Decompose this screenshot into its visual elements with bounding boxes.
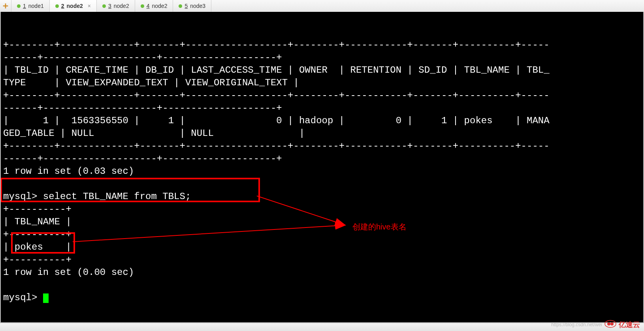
terminal-line: +----------+ — [3, 203, 641, 216]
status-dot-icon — [102, 4, 106, 8]
tab-label: node2 — [152, 3, 167, 9]
tab-label: node1 — [28, 3, 44, 9]
tab-number: 5 — [185, 3, 188, 9]
terminal-line: | TBL_NAME | — [3, 216, 641, 228]
svg-rect-1 — [3, 6, 8, 6]
terminal-line: TYPE | VIEW_EXPANDED_TEXT | VIEW_ORIGINA… — [3, 77, 641, 89]
terminal-output[interactable]: +--------+-------------+-------+--------… — [0, 12, 644, 323]
terminal-line: +----------+ — [3, 254, 641, 266]
tab-node3-5[interactable]: 5 node3 — [173, 0, 211, 12]
tab-node2-2[interactable]: 2 node2× — [50, 0, 97, 12]
terminal-line: +--------+-------------+-------+--------… — [3, 140, 641, 152]
status-dot-icon — [17, 4, 21, 8]
svg-point-7 — [607, 322, 610, 325]
terminal-line: | TBL_ID | CREATE_TIME | DB_ID | LAST_AC… — [3, 64, 641, 77]
watermark-url: https://blog.csdn.net/wei — [551, 322, 602, 327]
tab-number: 3 — [108, 3, 111, 9]
terminal-line: 1 row in set (0.00 sec) — [3, 266, 641, 279]
svg-point-8 — [610, 322, 614, 325]
terminal-line: ------+--------------------+------------… — [3, 152, 641, 165]
tab-bar: 1 node12 node2×3 node24 node25 node3 — [0, 0, 644, 12]
watermark-brand: 亿速云 — [619, 320, 640, 329]
status-dot-icon — [141, 4, 144, 8]
terminal-line: ------+--------------------+------------… — [3, 51, 641, 64]
tab-node2-3[interactable]: 3 node2 — [97, 0, 135, 12]
terminal-line: 1 row in set (0.03 sec) — [3, 165, 641, 178]
tab-label: node2 — [67, 3, 83, 9]
tab-number: 2 — [61, 3, 64, 9]
tab-label: node2 — [114, 3, 129, 9]
terminal-line: | pokes | — [3, 241, 641, 254]
terminal-line: GED_TABLE | NULL | NULL | — [3, 127, 641, 140]
status-dot-icon — [179, 4, 182, 8]
terminal-line: +----------+ — [3, 228, 641, 241]
terminal-line — [3, 279, 641, 292]
add-tab-button[interactable] — [0, 0, 11, 12]
annotation-label: 创建的hive表名 — [352, 220, 407, 233]
plus-icon — [2, 3, 9, 9]
terminal-line: mysql> — [3, 292, 641, 304]
terminal-line: +--------+-------------+-------+--------… — [3, 89, 641, 102]
status-dot-icon — [55, 4, 59, 8]
watermark: https://blog.csdn.net/wei 亿速云 — [551, 320, 640, 329]
tab-node2-4[interactable]: 4 node2 — [135, 0, 173, 12]
terminal-line: ------+--------------------+------------… — [3, 102, 641, 115]
cursor — [43, 293, 49, 303]
tab-label: node3 — [190, 3, 205, 9]
close-icon[interactable]: × — [88, 3, 91, 9]
tab-node1-1[interactable]: 1 node1 — [11, 0, 50, 12]
status-bar — [0, 323, 644, 331]
terminal-line — [3, 178, 641, 190]
tab-number: 1 — [23, 3, 26, 9]
terminal-line: mysql> select TBL_NAME from TBLS; — [3, 190, 641, 203]
terminal-line: | 1 | 1563356550 | 1 | 0 | hadoop | 0 | … — [3, 115, 641, 127]
watermark-logo-icon — [604, 320, 616, 329]
terminal-line: +--------+-------------+-------+--------… — [3, 39, 641, 51]
tab-number: 4 — [147, 3, 150, 9]
